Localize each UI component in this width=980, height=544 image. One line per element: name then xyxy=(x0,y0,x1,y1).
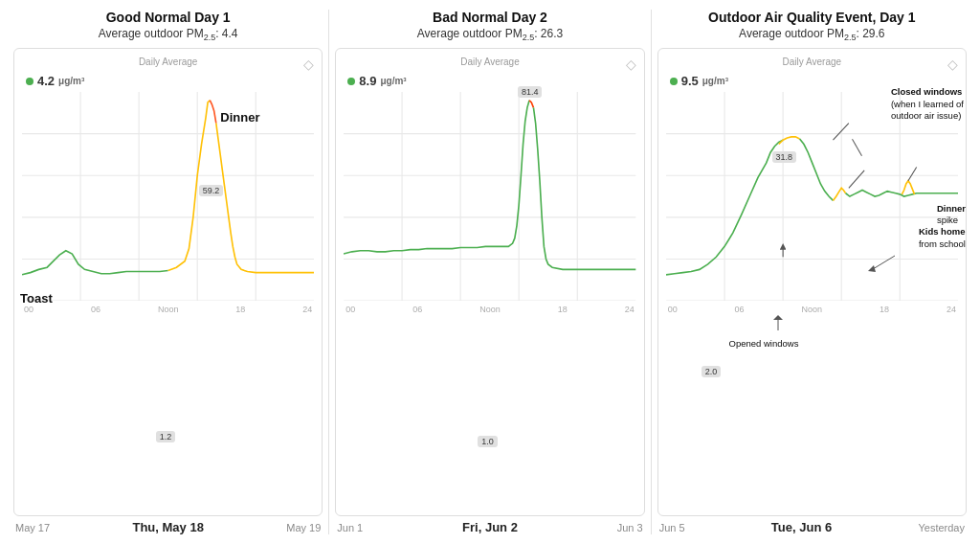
svg-line-29 xyxy=(848,170,863,189)
panel2-unit: μg/m³ xyxy=(380,76,406,86)
panel3-icon[interactable]: ◇ xyxy=(947,57,958,72)
panel3-badge-low: 2.0 xyxy=(702,366,722,377)
panel3-date-main: Tue, Jun 6 xyxy=(771,520,832,534)
panel3-dot xyxy=(670,78,678,85)
panel3-opened-windows-label: Opened windows xyxy=(729,338,799,350)
svg-marker-32 xyxy=(868,265,876,272)
panel3-svg xyxy=(666,92,958,301)
panel2-chart: Daily Average 8.9 μg/m³ ◇ xyxy=(335,48,644,516)
panel1-svg xyxy=(22,92,314,301)
panel1-dot xyxy=(26,78,33,85)
panel1-date-main: Thu, May 18 xyxy=(132,520,203,534)
panel1-date-right: May 19 xyxy=(286,522,321,533)
panel3-kids-home-label: Kids homefrom school xyxy=(919,226,966,250)
panel-good-normal-day1: Good Normal Day 1 Average outdoor PM2.5:… xyxy=(8,10,329,534)
panel2-dot xyxy=(347,78,355,85)
panel1-x-axis: 00 06 Noon 18 24 xyxy=(22,303,314,314)
panel2-x-axis: 00 06 Noon 18 24 xyxy=(344,303,635,314)
panel2-date-left: Jun 1 xyxy=(337,522,363,533)
panel1-chart: Daily Average 4.2 μg/m³ ◇ xyxy=(13,48,323,516)
panel3-daily-avg-label: Daily Average xyxy=(658,57,966,67)
panel1-date-left: May 17 xyxy=(15,522,50,533)
panel2-icon[interactable]: ◇ xyxy=(626,57,636,72)
panel3-title: Outdoor Air Quality Event, Day 1 xyxy=(708,10,916,25)
panel1-subtitle: Average outdoor PM2.5: 4.4 xyxy=(99,27,238,42)
panel3-badge-high: 31.8 xyxy=(772,151,797,163)
panel2-subtitle: Average outdoor PM2.5: 26.3 xyxy=(417,27,563,42)
panel3-closed-windows-label: Closed windows(when I learned ofoutdoor … xyxy=(891,86,964,122)
svg-line-31 xyxy=(873,256,895,269)
panel1-title: Good Normal Day 1 xyxy=(106,10,231,25)
panel2-date-right: Jun 3 xyxy=(617,522,643,533)
main-container: Good Normal Day 1 Average outdoor PM2.5:… xyxy=(0,0,980,544)
panel1-icon[interactable]: ◇ xyxy=(303,57,314,72)
panel2-svg xyxy=(344,92,635,301)
svg-line-28 xyxy=(833,124,848,140)
panel-bad-normal-day2: Bad Normal Day 2 Average outdoor PM2.5: … xyxy=(329,10,651,534)
panel3-chart: Daily Average 9.5 μg/m³ ◇ xyxy=(657,48,967,516)
panel1-dinner-label: Dinner xyxy=(220,110,259,125)
panel2-date-bar: Jun 1 Fri, Jun 2 Jun 3 xyxy=(335,520,644,534)
panel3-date-bar: Jun 5 Tue, Jun 6 Yesterday xyxy=(657,520,967,534)
panel1-badge-low: 1.2 xyxy=(156,431,176,442)
panel2-date-main: Fri, Jun 2 xyxy=(462,520,518,534)
panel1-toast-label: Toast xyxy=(20,291,53,306)
svg-line-30 xyxy=(908,168,917,181)
panel2-title: Bad Normal Day 2 xyxy=(433,10,547,25)
panel3-date-right: Yesterday xyxy=(918,522,965,533)
panel3-date-left: Jun 5 xyxy=(659,522,685,533)
panel1-unit: μg/m³ xyxy=(58,76,84,86)
panel-outdoor-air-event: Outdoor Air Quality Event, Day 1 Average… xyxy=(652,10,972,534)
panel2-badge-low: 1.0 xyxy=(478,436,498,447)
panel2-badge-high: 81.4 xyxy=(518,86,543,98)
panel1-date-bar: May 17 Thu, May 18 May 19 xyxy=(13,520,323,534)
panel3-kids-arrow xyxy=(868,254,897,273)
panel3-subtitle: Average outdoor PM2.5: 29.6 xyxy=(739,27,884,42)
panel1-daily-avg-label: Daily Average xyxy=(14,57,322,67)
panel3-opened-arrow xyxy=(768,315,788,332)
svg-marker-34 xyxy=(773,315,783,320)
panel3-dinner-spike-label: Dinnerspike xyxy=(937,203,966,227)
panel1-avg-value: 4.2 μg/m³ xyxy=(26,74,314,88)
panel3-x-axis: 00 06 Noon 18 24 xyxy=(666,303,958,314)
panel2-daily-avg-label: Daily Average xyxy=(336,57,643,67)
panel3-unit: μg/m³ xyxy=(702,76,728,86)
panel1-badge-high: 59.2 xyxy=(199,185,224,196)
panel2-avg-value: 8.9 μg/m³ xyxy=(347,74,635,88)
